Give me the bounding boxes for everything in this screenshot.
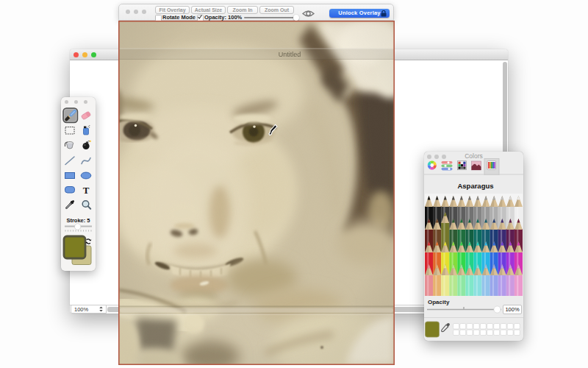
svg-text:Untitled: Untitled [278,51,301,58]
svg-text:T: T [83,185,90,196]
svg-text:Stroke: 5: Stroke: 5 [66,217,90,224]
